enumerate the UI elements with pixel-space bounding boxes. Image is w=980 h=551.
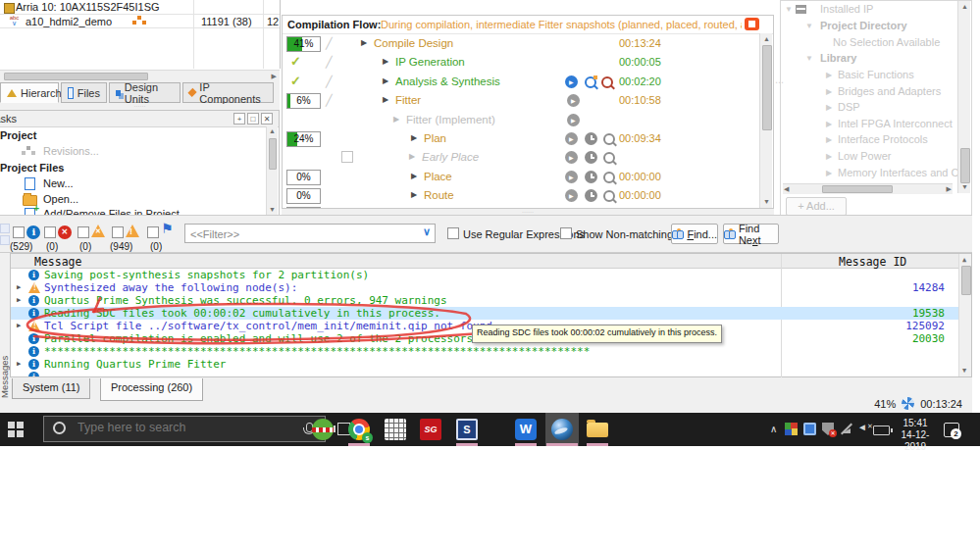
view-report-icon[interactable]	[585, 76, 596, 88]
ip-vscrollbar[interactable]: ▲ ▼	[957, 1, 970, 193]
run-icon[interactable]	[567, 114, 580, 126]
expand-arrow-icon[interactable]: ▶	[17, 283, 21, 291]
display-app-icon[interactable]: S	[456, 419, 478, 440]
chevron-right-icon[interactable]: ▶	[826, 169, 832, 177]
no-network-icon[interactable]	[840, 423, 852, 435]
scroll-down-icon[interactable]: ▼	[269, 205, 276, 215]
flow-task-label[interactable]: Route	[424, 189, 454, 201]
taskbar-search[interactable]	[43, 416, 326, 442]
device-row[interactable]: Arria 10: 10AX115S2F45I1SG	[16, 1, 160, 13]
show-nonmatching-checkbox[interactable]	[560, 227, 572, 239]
find-next-button[interactable]: Find Next	[723, 224, 779, 244]
message-row[interactable]: ▶ Running Quartus Prime Fitter	[11, 358, 960, 371]
message-row-selected[interactable]: Reading SDC files took 00:00:02 cumulati…	[11, 307, 960, 320]
expand-arrow-icon[interactable]: ▶	[411, 133, 417, 142]
expand-arrow-icon[interactable]: ▶	[411, 190, 417, 199]
blue-tray-icon[interactable]	[803, 423, 816, 435]
message-row-partial[interactable]	[11, 371, 960, 376]
tasks-section-project[interactable]: Project	[0, 129, 36, 141]
battery-icon[interactable]	[873, 426, 890, 435]
entity-row[interactable]: a10_hdmi2_demo	[26, 16, 112, 27]
search-input[interactable]	[76, 420, 276, 435]
flow-task-label[interactable]: Analysis & Synthesis	[395, 75, 500, 87]
run-icon[interactable]	[567, 94, 580, 107]
flow-row-place[interactable]: 0% ▶ Place 00:00:00	[283, 169, 761, 186]
add-ip-button[interactable]: + Add...	[786, 197, 847, 216]
scroll-up-icon[interactable]: ▲	[269, 126, 276, 136]
messages-vscrollbar[interactable]: ▲ ▼	[958, 254, 971, 376]
message-row[interactable]: ▶ Quartus Prime Synthesis was successful…	[11, 294, 960, 307]
view-report-icon[interactable]	[603, 152, 615, 164]
flow-task-label[interactable]: Place	[424, 171, 452, 182]
scroll-right-icon[interactable]: ▶	[947, 184, 952, 194]
wps-office-icon[interactable]: W	[515, 419, 537, 440]
float-button[interactable]: □	[247, 113, 259, 125]
sg-app-icon[interactable]: SG	[420, 419, 441, 440]
message-row[interactable]: ▶ Synthesized away the following node(s)…	[11, 281, 960, 294]
calculator-icon[interactable]	[385, 419, 406, 440]
critical-warning-filter-checkbox[interactable]	[77, 226, 89, 238]
android-app-icon[interactable]	[312, 419, 334, 440]
flow-task-label[interactable]: Fitter	[395, 94, 421, 106]
message-row[interactable]: ****************************************…	[11, 345, 960, 358]
flow-task-label[interactable]: Early Place	[422, 151, 479, 163]
clock-icon[interactable]	[585, 132, 597, 145]
hierarchy-hscrollbar[interactable]: ▶	[0, 70, 280, 81]
file-explorer-icon[interactable]	[587, 423, 608, 437]
splitter[interactable]: ⋮	[775, 78, 784, 87]
messages-side-tab[interactable]: Messages	[0, 341, 11, 398]
clock-icon[interactable]	[585, 171, 597, 183]
run-icon[interactable]	[565, 151, 578, 164]
chevron-right-icon[interactable]: ▶	[826, 71, 832, 79]
tab-files[interactable]: Files	[61, 82, 107, 103]
clock-icon[interactable]	[585, 151, 597, 164]
open-report-icon[interactable]	[601, 76, 613, 88]
flow-row-early-place[interactable]: ▶ Early Place	[283, 149, 761, 167]
flow-task-label[interactable]: Plan	[424, 132, 446, 144]
stop-compilation-button[interactable]	[745, 18, 759, 30]
expand-arrow-icon[interactable]: ▶	[383, 95, 388, 104]
chevron-right-icon[interactable]: ▶	[826, 135, 832, 144]
early-place-icon[interactable]: ▶	[409, 152, 415, 161]
tab-processing[interactable]: Processing (260)	[100, 378, 203, 401]
view-report-icon[interactable]	[603, 190, 615, 202]
flow-row-ip-generation[interactable]: ✓ ╱ ▶ IP Generation 00:00:05	[283, 54, 761, 72]
early-place-checkbox[interactable]	[341, 151, 353, 163]
chevron-right-icon[interactable]: ▶	[826, 120, 832, 128]
scroll-down-icon[interactable]: ▼	[763, 197, 770, 207]
run-icon[interactable]	[565, 189, 578, 202]
tasks-section-project-files[interactable]: Project Files	[0, 162, 64, 174]
expand-arrow-icon[interactable]: ▶	[383, 76, 388, 85]
close-button[interactable]: ✕	[261, 113, 273, 125]
expand-arrow-icon[interactable]: ▶	[17, 322, 21, 329]
view-report-icon[interactable]	[603, 133, 615, 145]
flag-filter-checkbox[interactable]	[147, 226, 159, 238]
tab-system[interactable]: System (11)	[12, 378, 90, 399]
find-button[interactable]: Find...	[671, 224, 718, 244]
filter-input[interactable]	[188, 225, 418, 243]
message-filter-combobox[interactable]: ∨	[184, 224, 436, 243]
taskbar-clock[interactable]: 15:41 14-12-2019	[891, 418, 940, 453]
ip-hscrollbar[interactable]: ◀ ▶	[783, 183, 953, 194]
flow-row-plan[interactable]: 24% ▶ Plan 00:09:34	[283, 130, 761, 148]
run-icon[interactable]	[565, 132, 578, 145]
scroll-left-icon[interactable]: ◀	[784, 184, 789, 194]
flow-task-label[interactable]: Compile Design	[374, 37, 453, 49]
pin-button[interactable]: +	[233, 113, 245, 125]
quartus-taskbar-button[interactable]	[545, 413, 579, 446]
run-icon[interactable]	[565, 171, 578, 183]
chevron-right-icon[interactable]: ▶	[826, 152, 832, 161]
scroll-up-icon[interactable]: ▲	[962, 255, 966, 265]
flow-vscrollbar[interactable]: ▲ ▼	[759, 33, 772, 208]
column-message[interactable]: Message	[34, 255, 81, 269]
flow-task-label[interactable]: IP Generation	[395, 56, 465, 68]
message-row[interactable]: Saving post-synthesis snapshots for 2 pa…	[11, 269, 960, 281]
flow-row-fitter-implement[interactable]: ▶ Fitter (Implement)	[283, 112, 761, 129]
chevron-right-icon[interactable]: ▶	[826, 103, 832, 112]
hidden-icons-chevron[interactable]: ∧	[770, 424, 777, 434]
chevron-down-icon[interactable]: ▼	[785, 5, 793, 14]
error-filter-checkbox[interactable]	[44, 226, 56, 238]
scroll-right-icon[interactable]: ▶	[272, 72, 277, 81]
flow-task-label[interactable]: Fitter (Implement)	[406, 114, 495, 125]
flow-row-fitter[interactable]: 6% ╱ ▶ Fitter 00:10:58	[283, 92, 761, 110]
